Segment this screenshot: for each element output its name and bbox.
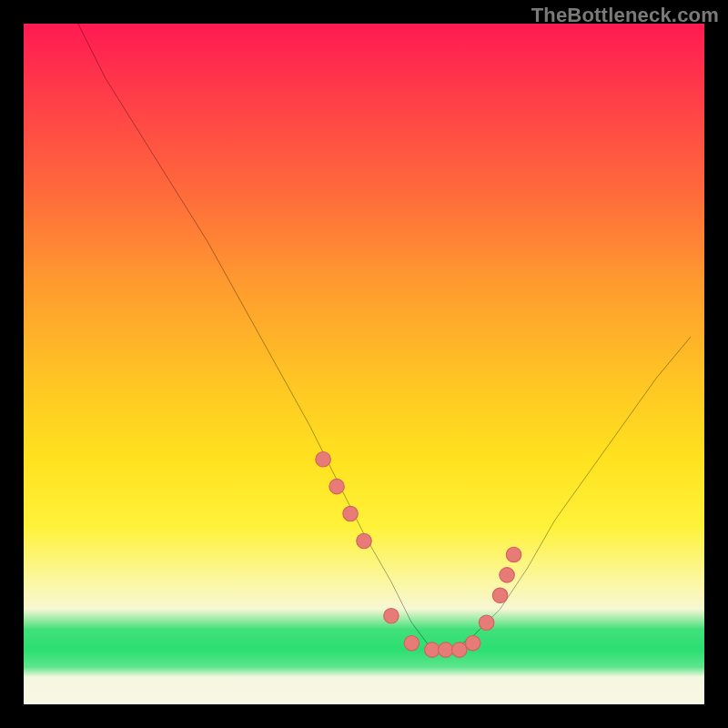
- bottleneck-curve-path: [78, 24, 691, 650]
- curve-marker: [451, 642, 466, 657]
- chart-frame: TheBottleneck.com: [0, 0, 728, 728]
- curve-marker: [492, 588, 507, 602]
- curve-marker: [465, 635, 480, 650]
- bottleneck-curve-svg: [24, 24, 704, 704]
- curve-marker: [316, 451, 330, 466]
- curve-marker: [384, 609, 399, 623]
- curve-marker: [357, 533, 371, 548]
- curve-marker: [479, 615, 493, 630]
- curve-marker: [500, 568, 514, 582]
- curve-marker: [404, 635, 419, 650]
- marker-group: [316, 451, 521, 657]
- curve-marker: [506, 547, 521, 561]
- curve-marker: [329, 479, 344, 493]
- curve-marker: [343, 506, 358, 521]
- curve-marker: [425, 642, 440, 657]
- curve-marker: [439, 642, 453, 657]
